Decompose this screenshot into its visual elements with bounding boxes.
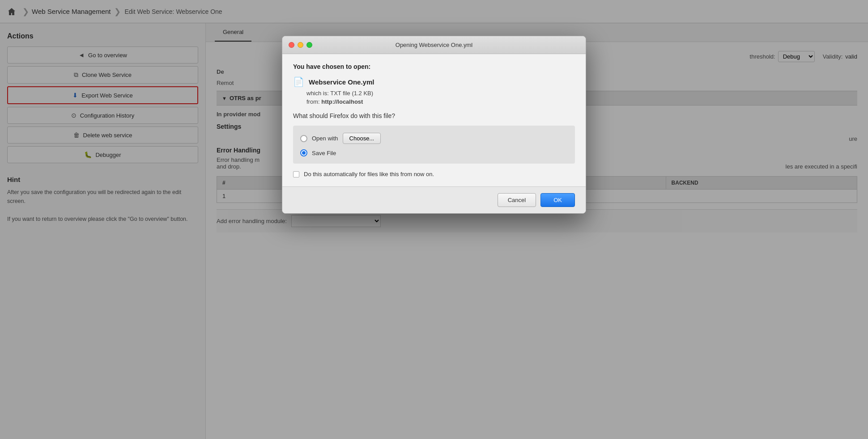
window-maximize-btn[interactable] [306,42,312,48]
save-file-row: Save File [300,149,568,156]
window-controls [289,42,312,48]
modal-footer: Cancel OK [282,186,586,213]
modal-chosen-text: You have chosen to open: [293,63,575,70]
auto-checkbox-row: Do this automatically for files like thi… [293,171,575,177]
modal-dialog: Opening Webservice One.yml You have chos… [282,36,586,214]
open-with-row: Open with Choose... [300,133,568,144]
window-minimize-btn[interactable] [298,42,303,48]
file-from: from: http://localhost [306,98,575,105]
cancel-button[interactable]: Cancel [498,193,536,207]
modal-question: What should Firefox do with this file? [293,112,575,119]
modal-title: Opening Webservice One.yml [396,42,472,48]
window-close-btn[interactable] [289,42,294,48]
file-info: which is: TXT file (1.2 KB) [306,90,575,97]
auto-checkbox[interactable] [293,171,299,177]
save-file-radio[interactable] [300,149,307,156]
file-name: Webservice One.yml [309,78,374,86]
save-file-label: Save File [312,150,336,156]
modal-titlebar: Opening Webservice One.yml [282,36,586,54]
modal-overlay: Opening Webservice One.yml You have chos… [0,0,868,439]
modal-body: You have chosen to open: 📄 Webservice On… [282,54,586,186]
file-icon: 📄 [293,76,304,87]
ok-button[interactable]: OK [540,193,575,207]
modal-options: Open with Choose... Save File [293,126,575,164]
open-with-label: Open with [312,135,338,142]
modal-file-row: 📄 Webservice One.yml [293,76,575,87]
auto-label: Do this automatically for files like thi… [304,171,434,177]
open-with-radio[interactable] [300,135,307,142]
choose-button[interactable]: Choose... [343,133,381,144]
file-from-url: http://localhost [321,98,363,105]
